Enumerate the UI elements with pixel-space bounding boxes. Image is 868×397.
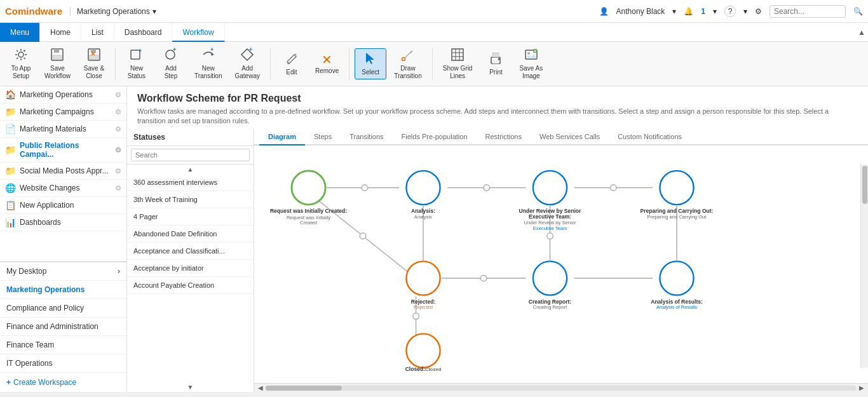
tab-menu[interactable]: Menu	[0, 23, 40, 42]
username[interactable]: Anthony Black	[616, 7, 665, 16]
svg-rect-29	[492, 60, 499, 64]
sidebar-nav-finance-admin[interactable]: Finance and Administration	[0, 318, 126, 336]
scroll-down-arrow[interactable]: ▼	[127, 382, 254, 392]
tab-diagram[interactable]: Diagram	[259, 129, 305, 145]
gear-icon-marketing-mat[interactable]: ⚙	[115, 125, 121, 133]
svg-rect-3	[54, 49, 59, 53]
diagram-canvas[interactable]: Request was Initially Created: Request w…	[254, 145, 868, 383]
remove-button[interactable]: ✕ Remove	[310, 51, 344, 77]
nav-expand-icon[interactable]: ▲	[855, 28, 868, 37]
scroll-up-arrow[interactable]: ▲	[127, 165, 254, 174]
tab-list[interactable]: List	[81, 23, 114, 42]
create-workspace-label: Create Workspace	[13, 378, 76, 387]
gear-icon-social-media[interactable]: ⚙	[115, 167, 121, 175]
page-title: Workflow Scheme for PR Request	[137, 93, 858, 104]
svg-text:+: +	[534, 49, 536, 53]
save-as-image-icon: +	[524, 48, 538, 64]
svg-text:Analysis of Results: Analysis of Results	[656, 304, 697, 310]
scroll-right-icon[interactable]: ▶	[858, 384, 865, 391]
sidebar-nav-compliance-policy[interactable]: Compliance and Policy	[0, 299, 126, 318]
tab-home[interactable]: Home	[40, 23, 81, 42]
tab-transitions[interactable]: Transitions	[341, 129, 392, 145]
sidebar-item-dashboards[interactable]: 📊 Dashboards	[0, 214, 126, 231]
help-icon[interactable]: ?	[724, 6, 736, 17]
new-transition-button[interactable]: + NewTransition	[189, 45, 227, 83]
save-close-button[interactable]: Save &Close	[78, 45, 110, 83]
sidebar-item-marketing-ops[interactable]: 🏠 Marketing Operations ⚙	[0, 86, 126, 104]
workspace-selector[interactable]: Marketing Operations ▾	[70, 7, 156, 16]
svg-text:+: +	[173, 48, 176, 53]
scroll-left-icon[interactable]: ◀	[257, 384, 264, 391]
save-as-image-button[interactable]: + Save AsImage	[514, 45, 548, 83]
svg-rect-28	[492, 53, 499, 57]
save-workflow-button[interactable]: SaveWorkflow	[39, 45, 76, 83]
save-close-label: Save &Close	[84, 65, 104, 80]
status-item-2[interactable]: 4 Pager	[127, 208, 254, 225]
svg-text:Rejected: Rejected	[414, 304, 433, 310]
gear-icon-public-relations[interactable]: ⚙	[115, 146, 121, 154]
tab-custom-notifications[interactable]: Custom Notifications	[609, 129, 691, 145]
horizontal-scroll-thumb[interactable]	[266, 386, 342, 391]
sidebar-item-marketing-mat-label: Marketing Materials	[20, 124, 86, 133]
svg-text:Request was Initially Created:: Request was Initially Created:	[270, 208, 347, 214]
gear-icon-marketing-camp[interactable]: ⚙	[115, 108, 121, 116]
tab-web-services[interactable]: Web Services Calls	[531, 129, 609, 145]
statuses-search	[127, 146, 254, 165]
to-app-setup-button[interactable]: + To AppSetup	[5, 45, 37, 83]
new-status-button[interactable]: + NewStatus	[121, 45, 153, 83]
settings-icon[interactable]: ⚙	[755, 7, 762, 16]
doc-icon: 📄	[5, 124, 16, 134]
notification-bell-icon[interactable]: 🔔	[684, 7, 693, 16]
diagram-scrollbar-horizontal[interactable]: ◀ ▶	[254, 383, 868, 392]
status-item-3[interactable]: Abandoned Date Definition	[127, 225, 254, 243]
svg-text:Analysis: Analysis	[414, 214, 432, 220]
vertical-scroll-thumb[interactable]	[862, 166, 867, 204]
folder-icon-3: 📁	[5, 166, 16, 176]
select-button[interactable]: Select	[355, 48, 386, 79]
sidebar-item-public-relations[interactable]: 📁 Public Relations Campai... ⚙	[0, 138, 126, 163]
tab-restrictions[interactable]: Restrictions	[477, 129, 531, 145]
page-description: Workflow tasks are managed according to …	[137, 107, 858, 126]
svg-text:Preparing and Carrying Out: Preparing and Carrying Out	[648, 214, 707, 220]
gear-icon-website-changes[interactable]: ⚙	[115, 184, 121, 192]
show-grid-lines-button[interactable]: Show GridLines	[438, 45, 478, 83]
tab-workflow[interactable]: Workflow	[172, 23, 224, 42]
save-close-icon	[87, 48, 101, 64]
statuses-title: Statuses	[127, 129, 254, 146]
tab-steps[interactable]: Steps	[305, 129, 341, 145]
tab-fields-prepopulation[interactable]: Fields Pre-population	[393, 129, 477, 145]
add-step-button[interactable]: + AddStep	[155, 45, 187, 83]
add-gateway-label: AddGateway	[234, 65, 259, 80]
print-button[interactable]: Print	[480, 49, 512, 79]
sidebar-item-marketing-mat[interactable]: 📄 Marketing Materials ⚙	[0, 121, 126, 138]
sidebar-item-new-app[interactable]: 📋 New Application	[0, 197, 126, 214]
statuses-search-input[interactable]	[131, 149, 250, 161]
status-item-4[interactable]: Acceptance and Classificati...	[127, 243, 254, 260]
sidebar-nav-my-desktop[interactable]: My Desktop ›	[0, 262, 126, 281]
svg-point-76	[406, 333, 440, 367]
status-item-5[interactable]: Acceptance by initiator	[127, 260, 254, 277]
sidebar-item-website-changes[interactable]: 🌐 Website Changes ⚙	[0, 180, 126, 197]
status-item-1[interactable]: 3th Week of Training	[127, 191, 254, 208]
create-workspace-button[interactable]: + Create Workspace	[0, 373, 126, 392]
diagram-scrollbar-vertical[interactable]	[860, 165, 868, 368]
new-status-label: NewStatus	[128, 65, 146, 80]
tab-dashboard[interactable]: Dashboard	[114, 23, 173, 42]
home-icon: 🏠	[5, 90, 16, 100]
sidebar-item-marketing-camp[interactable]: 📁 Marketing Campaigns ⚙	[0, 104, 126, 121]
page-header: Workflow Scheme for PR Request Workflow …	[127, 86, 868, 129]
sidebar-nav-it-operations[interactable]: IT Operations	[0, 354, 126, 373]
search-icon[interactable]: 🔍	[853, 7, 863, 16]
search-input[interactable]	[770, 5, 846, 18]
draw-transition-button[interactable]: DrawTransition	[389, 45, 427, 83]
add-gateway-button[interactable]: + AddGateway	[229, 45, 264, 83]
svg-text:Created: Created	[300, 220, 317, 225]
status-item-0[interactable]: 360 assessment interviews	[127, 174, 254, 191]
sidebar-item-social-media[interactable]: 📁 Social Media Posts Appr... ⚙	[0, 163, 126, 180]
sidebar-nav-marketing-operations[interactable]: Marketing Operations	[0, 281, 126, 299]
user-icon: 👤	[599, 7, 609, 16]
sidebar-nav-finance-team[interactable]: Finance Team	[0, 336, 126, 354]
edit-button[interactable]: Edit	[276, 49, 308, 79]
status-item-6[interactable]: Account Payable Creation	[127, 277, 254, 294]
gear-icon-marketing-ops[interactable]: ⚙	[115, 91, 121, 99]
